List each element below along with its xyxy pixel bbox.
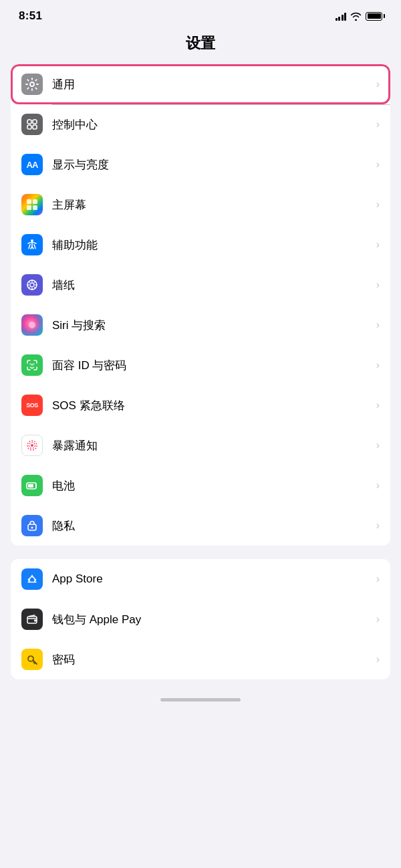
home-screen-icon: [21, 194, 43, 215]
settings-row-home-screen[interactable]: 主屏幕 ›: [11, 185, 390, 225]
svg-rect-2: [33, 120, 37, 124]
svg-rect-1: [27, 120, 31, 124]
siri-icon: [21, 314, 43, 336]
settings-row-siri[interactable]: Siri 与搜索 ›: [11, 305, 390, 345]
settings-row-appstore[interactable]: App Store ›: [11, 559, 390, 599]
settings-section-store: App Store › 钱包与 Apple Pay › 密码 ›: [11, 559, 390, 679]
svg-point-11: [30, 283, 34, 287]
svg-point-0: [30, 82, 34, 86]
wallet-label: 钱包与 Apple Pay: [52, 612, 372, 627]
chevron-icon: ›: [376, 359, 380, 371]
accessibility-icon: [21, 234, 43, 255]
svg-rect-8: [33, 205, 37, 210]
sos-icon: SOS: [21, 395, 43, 416]
settings-row-battery[interactable]: 电池 ›: [11, 465, 390, 506]
svg-point-14: [31, 444, 33, 447]
settings-row-wallet[interactable]: 钱包与 Apple Pay ›: [11, 599, 390, 639]
chevron-icon: ›: [376, 199, 380, 211]
svg-point-12: [30, 364, 31, 365]
svg-rect-22: [34, 620, 37, 622]
accessibility-label: 辅助功能: [52, 237, 372, 253]
home-indicator: [0, 693, 401, 710]
status-icons: [336, 12, 383, 21]
appstore-label: App Store: [52, 572, 372, 586]
settings-section-general: 通用 › 控制中心 › AA 显示与亮度 ›: [11, 64, 390, 546]
signal-icon: [336, 12, 347, 21]
general-label: 通用: [52, 77, 372, 92]
home-bar: [160, 698, 241, 701]
home-screen-label: 主屏幕: [52, 197, 372, 213]
svg-point-13: [33, 364, 35, 365]
siri-label: Siri 与搜索: [52, 318, 372, 333]
settings-row-general[interactable]: 通用 ›: [11, 64, 390, 104]
chevron-icon: ›: [376, 520, 380, 532]
battery-status-icon: [366, 12, 382, 21]
faceid-icon: [21, 354, 43, 376]
svg-rect-5: [27, 199, 31, 204]
chevron-icon: ›: [376, 653, 380, 665]
settings-row-accessibility[interactable]: 辅助功能 ›: [11, 225, 390, 265]
wifi-icon: [350, 12, 362, 21]
chevron-icon: ›: [376, 479, 380, 492]
svg-rect-18: [28, 484, 33, 487]
svg-rect-7: [27, 205, 31, 210]
svg-point-20: [31, 527, 33, 529]
settings-row-sos[interactable]: SOS SOS 紧急联络 ›: [11, 385, 390, 425]
gear-icon: [21, 74, 43, 95]
exposure-label: 暴露通知: [52, 438, 372, 453]
settings-row-display[interactable]: AA 显示与亮度 ›: [11, 144, 390, 185]
settings-row-faceid[interactable]: 面容 ID 与密码 ›: [11, 345, 390, 385]
battery-icon: [21, 475, 43, 496]
page-title: 设置: [0, 28, 401, 64]
status-time: 8:51: [19, 9, 42, 23]
battery-label: 电池: [52, 478, 372, 494]
status-bar: 8:51: [0, 0, 401, 28]
privacy-label: 隐私: [52, 518, 372, 534]
sos-label: SOS 紧急联络: [52, 398, 372, 413]
chevron-icon: ›: [376, 239, 380, 251]
settings-row-exposure[interactable]: 暴露通知 ›: [11, 425, 390, 465]
wallpaper-icon: [21, 274, 43, 296]
chevron-icon: ›: [376, 573, 380, 585]
settings-row-privacy[interactable]: 隐私 ›: [11, 506, 390, 546]
key-icon: [21, 649, 43, 670]
control-center-icon: [21, 114, 43, 135]
chevron-icon: ›: [376, 78, 380, 90]
svg-rect-3: [27, 125, 31, 129]
wallet-icon: [21, 609, 43, 630]
chevron-icon: ›: [376, 319, 380, 331]
svg-rect-4: [33, 125, 37, 129]
svg-point-9: [31, 239, 33, 242]
appstore-icon: [21, 568, 43, 590]
passwords-label: 密码: [52, 652, 372, 667]
exposure-icon: [21, 435, 43, 456]
chevron-icon: ›: [376, 118, 380, 130]
display-label: 显示与亮度: [52, 157, 372, 173]
chevron-icon: ›: [376, 279, 380, 291]
settings-row-wallpaper[interactable]: 墙纸 ›: [11, 265, 390, 305]
wallpaper-label: 墙纸: [52, 278, 372, 293]
chevron-icon: ›: [376, 613, 380, 625]
chevron-icon: ›: [376, 439, 380, 451]
chevron-icon: ›: [376, 158, 380, 171]
svg-rect-6: [33, 199, 37, 204]
display-icon: AA: [21, 154, 43, 175]
faceid-label: 面容 ID 与密码: [52, 358, 372, 373]
privacy-icon: [21, 515, 43, 536]
control-center-label: 控制中心: [52, 117, 372, 132]
settings-row-control-center[interactable]: 控制中心 ›: [11, 104, 390, 144]
settings-row-passwords[interactable]: 密码 ›: [11, 639, 390, 679]
chevron-icon: ›: [376, 399, 380, 411]
